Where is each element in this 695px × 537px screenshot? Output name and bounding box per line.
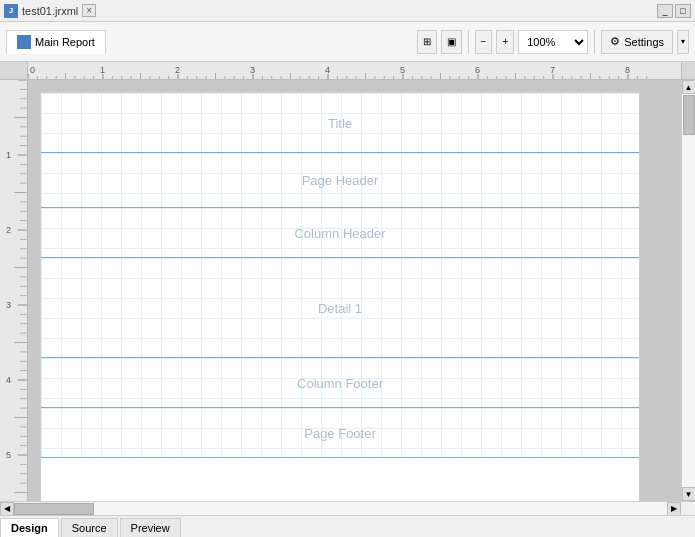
scroll-right-btn[interactable]: ▶ [667,502,681,516]
tab-source[interactable]: Source [61,518,118,537]
scrollbar-v-thumb[interactable] [683,95,695,135]
section-label-column-footer: Column Footer [297,375,383,390]
canvas-area[interactable]: TitlePage HeaderColumn HeaderDetail 1Col… [28,80,681,501]
section-column-header: Column Header [41,208,639,258]
separator-1 [468,30,469,54]
scroll-down-btn[interactable]: ▼ [682,487,696,501]
zoom-select[interactable]: 100% 50% 75% 125% 150% 200% [518,30,588,54]
section-label-column-header: Column Header [294,225,385,240]
zoom-out-btn[interactable]: − [475,30,493,54]
section-label-title: Title [328,115,352,130]
report-canvas: TitlePage HeaderColumn HeaderDetail 1Col… [40,92,640,501]
section-label-detail1: Detail 1 [318,300,362,315]
settings-icon: ⚙ [610,35,620,48]
section-label-page-footer: Page Footer [304,425,376,440]
filename-label: test01.jrxml [22,5,78,17]
settings-btn[interactable]: ⚙ Settings [601,30,673,54]
settings-label: Settings [624,36,664,48]
zoom-out-icon: − [481,36,487,47]
main-report-tab[interactable]: Main Report [6,30,106,54]
scrollbar-v-track[interactable] [682,94,695,487]
tab-close-btn[interactable]: × [82,4,96,17]
grid-icon: ⊞ [423,36,431,47]
tab-preview[interactable]: Preview [120,518,181,537]
scrollbar-h-track[interactable] [14,502,667,515]
settings-dropdown-btn[interactable]: ▾ [677,30,689,54]
tab-label: Main Report [35,36,95,48]
section-title: Title [41,93,639,153]
maximize-btn[interactable]: □ [675,4,691,18]
separator-2 [594,30,595,54]
ruler-corner [0,62,28,80]
ruler-vertical [0,80,28,501]
scrollbar-h-thumb[interactable] [14,503,94,515]
section-label-page-header: Page Header [302,173,379,188]
section-page-footer: Page Footer [41,408,639,458]
title-bar: J test01.jrxml × _ □ [0,0,695,22]
horizontal-scrollbar: ◀ ▶ [0,501,695,515]
scroll-left-btn[interactable]: ◀ [0,502,14,516]
zoom-in-btn[interactable]: + [496,30,514,54]
ruler-corner-right [681,62,695,80]
tab-design[interactable]: Design [0,518,59,537]
report-icon [17,35,31,49]
fit-icon: ▣ [447,36,456,47]
main-area: TitlePage HeaderColumn HeaderDetail 1Col… [0,80,695,501]
vertical-scrollbar: ▲ ▼ [681,80,695,501]
ruler-container [0,62,695,80]
minimize-btn[interactable]: _ [657,4,673,18]
section-page-header: Page Header [41,153,639,208]
app-icon: J [4,4,18,18]
section-detail1: Detail 1 [41,258,639,358]
canvas-inner: TitlePage HeaderColumn HeaderDetail 1Col… [28,80,681,501]
ruler-horizontal [28,62,681,80]
zoom-in-icon: + [502,36,508,47]
section-column-footer: Column Footer [41,358,639,408]
fit-btn[interactable]: ▣ [441,30,462,54]
scroll-up-btn[interactable]: ▲ [682,80,696,94]
grid-btn[interactable]: ⊞ [417,30,437,54]
bottom-tabs: Design Source Preview [0,515,695,537]
toolbar: Main Report ⊞ ▣ − + 100% 50% 75% 125% 15… [0,22,695,62]
